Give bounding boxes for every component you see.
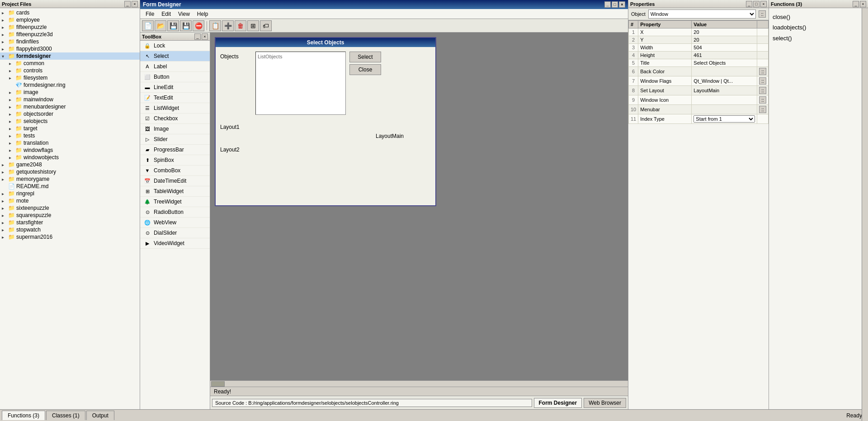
toolbar-delete[interactable]: 🗑 [235, 20, 246, 31]
toolbar-add[interactable]: ➕ [222, 20, 234, 31]
functions-close-btn[interactable]: × [860, 1, 866, 7]
tree-item-image[interactable]: ▸📁image [0, 89, 140, 96]
tree-item-formdesigner[interactable]: ▾📁formdesigner [0, 52, 140, 60]
prop-value-10[interactable] [692, 105, 757, 114]
prop-value-6[interactable] [692, 67, 757, 76]
toolbox-item-image[interactable]: 🖼Image [140, 124, 210, 134]
tree-item-objectsorder[interactable]: ▸📁objectsorder [0, 110, 140, 118]
prop-value-7[interactable]: Qt_Window | Qt... [692, 76, 757, 86]
toolbar-copy[interactable]: 📋 [209, 20, 221, 31]
prop-value-9[interactable] [692, 95, 757, 105]
tree-item-tests[interactable]: ▸📁tests [0, 132, 140, 139]
menu-view[interactable]: View [175, 10, 193, 18]
prop-value-11[interactable]: Start from 1 [692, 114, 757, 124]
prop-btn-7[interactable]: :: [759, 77, 766, 85]
bottom-tab-output[interactable]: Output [86, 411, 114, 420]
toolbox-item-select[interactable]: ↖Select [140, 51, 210, 61]
toolbox-item-progressbar[interactable]: ▰ProgressBar [140, 145, 210, 155]
prop-value-5[interactable]: Select Objects [692, 59, 757, 67]
tree-item-ringrepl[interactable]: ▸📁ringrepl [0, 190, 140, 197]
toolbox-item-datetimeedit[interactable]: 📅DateTimeEdit [140, 176, 210, 186]
prop-expand-btn[interactable]: :: [759, 10, 766, 18]
toolbox-item-checkbox[interactable]: ☑Checkbox [140, 114, 210, 124]
toolbox-item-button[interactable]: ⬜Button [140, 72, 210, 82]
select-button[interactable]: Select [349, 52, 381, 62]
tree-item-cards[interactable]: ▸📁cards [0, 9, 140, 16]
prop-value-8[interactable]: LayoutMain [692, 86, 757, 95]
prop-btn-8[interactable]: :: [759, 87, 766, 94]
toolbar-open[interactable]: 📂 [155, 20, 166, 31]
prop-value-2[interactable]: 20 [692, 36, 757, 44]
close-button[interactable]: Close [349, 64, 381, 75]
tree-item-game2048[interactable]: ▸📁game2048 [0, 161, 140, 168]
properties-close-btn[interactable]: × [760, 1, 767, 7]
properties-max-btn[interactable]: □ [753, 1, 760, 7]
tree-item-readme-md[interactable]: 📄README.md [0, 183, 140, 190]
form-designer-close-btn[interactable]: × [619, 1, 625, 8]
toolbar-tag[interactable]: 🏷 [260, 20, 272, 31]
function-item-loadobjects[interactable]: loadobjects() [773, 22, 864, 33]
toolbox-item-videowidget[interactable]: ▶VideoWidget [140, 238, 210, 249]
tree-item-windowobjects[interactable]: ▸📁windowobjects [0, 154, 140, 161]
toolbar-save[interactable]: 💾 [167, 20, 179, 31]
prop-btn-10[interactable]: :: [759, 106, 766, 113]
toolbox-item-treewidget[interactable]: 🌲TreeWidget [140, 197, 210, 207]
toolbox-item-lock[interactable]: 🔒Lock [140, 41, 210, 51]
tree-item-mainwindow[interactable]: ▸📁mainwindow [0, 96, 140, 103]
project-files-min-btn[interactable]: _ [124, 1, 131, 7]
function-item-select[interactable]: select() [773, 33, 864, 43]
toolbox-min-btn[interactable]: _ [194, 33, 201, 40]
toolbar-stop[interactable]: ⛔ [193, 20, 204, 31]
prop-btn-9[interactable]: :: [759, 96, 766, 104]
prop-select-11[interactable]: Start from 1 [693, 115, 755, 123]
tree-item-fifteenpuzzle[interactable]: ▸📁fifteenpuzzle [0, 24, 140, 31]
tree-item-findinfiles[interactable]: ▸📁findinfiles [0, 38, 140, 45]
tab-form-designer[interactable]: Form Designer [534, 398, 582, 408]
function-item-close[interactable]: close() [773, 12, 864, 22]
toolbox-item-lineedit[interactable]: ▬LineEdit [140, 82, 210, 93]
tree-item-controls[interactable]: ▸📁controls [0, 67, 140, 74]
prop-btn-6[interactable]: :: [759, 68, 766, 75]
tree-item-menubardesigner[interactable]: ▸📁menubardesigner [0, 103, 140, 110]
project-files-close-btn[interactable]: × [132, 1, 138, 7]
project-tree[interactable]: ▸📁cards▸📁employee▸📁fifteenpuzzle▸📁fiftee… [0, 8, 140, 409]
toolbox-item-spinbox[interactable]: ⬆SpinBox [140, 155, 210, 166]
tree-item-employee[interactable]: ▸📁employee [0, 16, 140, 24]
tree-item-squarespuzzle[interactable]: ▸📁squarespuzzle [0, 212, 140, 219]
menu-file[interactable]: File [142, 10, 158, 18]
objects-listbox[interactable]: ListObjects [255, 52, 346, 115]
tree-item-memorygame[interactable]: ▸📁memorygame [0, 175, 140, 183]
toolbox-item-combobox[interactable]: ▼ComboBox [140, 166, 210, 176]
bottom-tab-functions[interactable]: Functions (3) [2, 411, 45, 420]
tree-item-fifteenpuzzle3d[interactable]: ▸📁fifteenpuzzle3d [0, 31, 140, 38]
toolbox-item-label[interactable]: ALabel [140, 61, 210, 72]
toolbox-item-slider[interactable]: ▷Slider [140, 134, 210, 145]
prop-value-4[interactable]: 461 [692, 52, 757, 59]
toolbox-item-dialslider[interactable]: ⊙DialSlider [140, 228, 210, 238]
prop-value-1[interactable]: 20 [692, 28, 757, 36]
toolbar-select[interactable]: ⊞ [247, 20, 259, 31]
menu-edit[interactable]: Edit [158, 10, 175, 18]
form-canvas[interactable]: Select Objects Objects ListObjects [210, 33, 628, 380]
toolbox-item-listwidget[interactable]: ☰ListWidget [140, 103, 210, 114]
prop-value-3[interactable]: 504 [692, 44, 757, 52]
toolbox-item-webview[interactable]: 🌐WebView [140, 218, 210, 228]
bottom-tab-classes[interactable]: Classes (1) [46, 411, 85, 420]
tree-item-filesystem[interactable]: ▸📁filesystem [0, 74, 140, 81]
tree-item-rnote[interactable]: ▸📁rnote [0, 197, 140, 204]
prop-object-select[interactable]: Window [648, 9, 756, 19]
properties-min-btn[interactable]: _ [746, 1, 752, 7]
form-designer-max-btn[interactable]: □ [612, 1, 618, 8]
toolbox-item-radiobutton[interactable]: ⊙RadioButton [140, 207, 210, 218]
tree-item-starsfighter[interactable]: ▸📁starsfighter [0, 219, 140, 226]
tree-item-target[interactable]: ▸📁target [0, 125, 140, 132]
canvas-hscroll[interactable] [210, 380, 628, 387]
tab-web-browser[interactable]: Web Browser [584, 398, 626, 408]
toolbox-close-btn[interactable]: × [202, 33, 208, 40]
tree-item-selobjects[interactable]: ▸📁selobjects [0, 118, 140, 125]
tree-item-superman2016[interactable]: ▸📁superman2016 [0, 233, 140, 241]
tree-item-getquoteshistory[interactable]: ▸📁getquoteshistory [0, 168, 140, 175]
hscroll-thumb[interactable] [211, 381, 225, 387]
toolbar-saveas[interactable]: 💾 [180, 20, 192, 31]
tree-item-formdesigner-ring[interactable]: 💎formdesigner.ring [0, 81, 140, 89]
